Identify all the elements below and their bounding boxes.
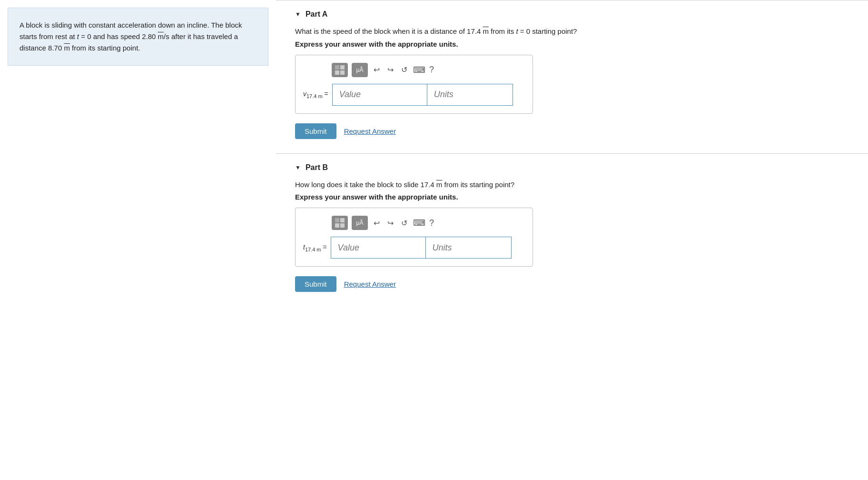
part-a-header[interactable]: ▼ Part A <box>295 10 849 19</box>
svg-rect-1 <box>340 65 345 70</box>
problem-description: A block is sliding with constant acceler… <box>8 8 268 66</box>
part-b-units-input[interactable] <box>426 237 512 259</box>
part-a-undo-button[interactable]: ↩ <box>372 64 382 75</box>
part-b-title: Part B <box>306 163 328 172</box>
svg-rect-0 <box>335 65 339 70</box>
part-a-matrix-button[interactable] <box>332 63 348 77</box>
part-a-submit-button[interactable]: Submit <box>295 123 336 139</box>
part-b-toolbar: μÅ ↩ ↪ ↺ ⌨ ? <box>303 216 525 230</box>
svg-rect-7 <box>340 223 345 228</box>
svg-rect-4 <box>335 218 339 222</box>
part-b-unit-button[interactable]: μÅ <box>352 216 368 230</box>
svg-rect-5 <box>340 218 345 222</box>
part-b-keyboard-button[interactable]: ⌨ <box>413 218 425 228</box>
part-b-express: Express your answer with the appropriate… <box>295 193 849 201</box>
part-b-question: How long does it take the block to slide… <box>295 180 849 190</box>
part-a-help-button[interactable]: ? <box>429 65 434 75</box>
part-b-input-row: t17.4 m = <box>303 237 525 259</box>
part-b-submit-button[interactable]: Submit <box>295 276 336 292</box>
part-a-question: What is the speed of the block when it i… <box>295 26 849 37</box>
part-a-refresh-button[interactable]: ↺ <box>399 64 409 75</box>
svg-rect-2 <box>335 70 339 75</box>
part-a-express: Express your answer with the appropriate… <box>295 40 849 48</box>
svg-rect-6 <box>335 223 339 228</box>
part-b-undo-button[interactable]: ↩ <box>372 218 382 229</box>
part-a-keyboard-button[interactable]: ⌨ <box>413 65 425 75</box>
part-b-section: ▼ Part B How long does it take the block… <box>276 153 868 307</box>
part-a-answer-box: μÅ ↩ ↪ ↺ ⌨ ? v17.4 m = <box>295 55 533 114</box>
right-panel: ▼ Part A What is the speed of the block … <box>276 0 868 480</box>
part-b-matrix-button[interactable] <box>332 216 348 230</box>
part-b-request-answer-button[interactable]: Request Answer <box>344 280 396 288</box>
part-b-header[interactable]: ▼ Part B <box>295 163 849 172</box>
part-a-title: Part A <box>306 10 328 19</box>
part-a-input-row: v17.4 m = <box>303 84 525 106</box>
part-b-action-row: Submit Request Answer <box>295 276 849 292</box>
part-a-redo-button[interactable]: ↪ <box>385 64 395 75</box>
part-a-input-label: v17.4 m = <box>303 90 328 99</box>
part-a-value-input[interactable] <box>332 84 427 106</box>
part-b-value-input[interactable] <box>331 237 426 259</box>
part-a-action-row: Submit Request Answer <box>295 123 849 139</box>
part-b-help-button[interactable]: ? <box>429 218 434 228</box>
part-b-chevron-icon: ▼ <box>295 164 301 171</box>
part-b-answer-box: μÅ ↩ ↪ ↺ ⌨ ? t17.4 m = <box>295 208 533 267</box>
part-a-unit-button[interactable]: μÅ <box>352 63 368 77</box>
svg-rect-3 <box>340 70 345 75</box>
part-b-refresh-button[interactable]: ↺ <box>399 218 409 229</box>
part-b-redo-button[interactable]: ↪ <box>385 218 395 229</box>
part-a-chevron-icon: ▼ <box>295 11 301 18</box>
part-a-request-answer-button[interactable]: Request Answer <box>344 127 396 135</box>
part-b-input-label: t17.4 m = <box>303 243 327 252</box>
part-a-toolbar: μÅ ↩ ↪ ↺ ⌨ ? <box>303 63 525 77</box>
part-a-section: ▼ Part A What is the speed of the block … <box>276 0 868 153</box>
problem-text: A block is sliding with constant acceler… <box>20 20 258 54</box>
part-a-units-input[interactable] <box>427 84 513 106</box>
